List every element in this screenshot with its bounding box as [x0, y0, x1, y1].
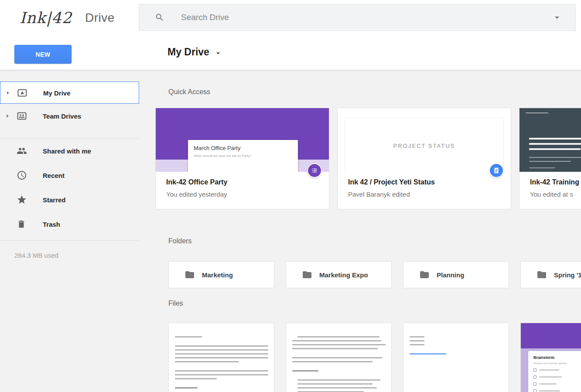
folder-name: Marketing Expo — [319, 271, 368, 279]
mock-text-line — [526, 112, 548, 113]
file-thumbnail: March Office Party When should we have o… — [156, 108, 329, 172]
mock-text-line — [292, 344, 386, 345]
my-drive-icon — [17, 88, 27, 98]
app-header: Ink|42 Drive — [0, 0, 581, 35]
file-title: Ink-42 Office Party — [166, 178, 318, 186]
form-checkbox-option — [533, 375, 581, 378]
sidebar-item-label: Starred — [43, 196, 66, 204]
sidebar-item-team-drives[interactable]: Team Drives — [0, 105, 140, 127]
file-card-letter[interactable] — [168, 323, 274, 392]
mock-text-line — [539, 369, 559, 371]
expand-arrow-icon[interactable] — [3, 112, 11, 120]
file-card-notes[interactable] — [286, 323, 392, 392]
card-footer: Ink-42 Office Party You edited yesterday — [156, 172, 329, 209]
page-title-text: My Drive — [167, 46, 209, 58]
chevron-down-icon — [214, 49, 222, 58]
mock-text-line — [175, 370, 268, 372]
folder-card-marketing[interactable]: Marketing — [168, 261, 274, 288]
mock-text-line — [529, 143, 581, 145]
star-icon — [17, 194, 27, 205]
form-body: Brainstorm Choose your favorite options — [521, 348, 581, 392]
file-title: Ink-42 Training — [530, 178, 581, 186]
shared-with-me-icon — [17, 146, 27, 156]
spacer — [403, 345, 509, 351]
form-checkbox-option — [533, 382, 581, 385]
search-bar[interactable] — [139, 4, 576, 31]
mock-text-line — [529, 138, 581, 140]
quick-access-card-office-party[interactable]: March Office Party When should we have o… — [155, 108, 329, 209]
folder-icon — [419, 269, 430, 280]
mock-text-line — [410, 353, 446, 355]
form-question-card: Brainstorm Choose your favorite options — [528, 351, 581, 392]
search-icon[interactable] — [155, 13, 164, 22]
folder-card-planning[interactable]: Planning — [403, 261, 509, 288]
toolbar: NEW My Drive — [0, 35, 581, 70]
file-thumbnail — [519, 108, 581, 172]
form-checkbox-option — [533, 389, 581, 392]
sidebar-item-label: Recent — [43, 172, 65, 179]
mock-text-line — [529, 167, 555, 168]
spacer — [169, 337, 274, 343]
mock-text-line — [175, 349, 268, 351]
mock-text-line — [539, 390, 560, 392]
mock-text-line — [539, 383, 557, 385]
sidebar-item-starred[interactable]: Starred — [0, 187, 140, 212]
mock-text-line — [297, 387, 377, 389]
spacer — [286, 349, 391, 355]
form-checkbox-option — [533, 368, 581, 372]
folder-icon — [185, 269, 195, 280]
file-subtitle: You edited yesterday — [166, 191, 318, 198]
mock-text-line — [529, 148, 581, 150]
checkbox-icon — [533, 382, 537, 385]
mock-text-line — [410, 336, 424, 337]
sidebar-item-shared-with-me[interactable]: Shared with me — [0, 139, 140, 163]
form-preview-panel: March Office Party When should we have o… — [188, 140, 298, 172]
drive-app: Ink|42 Drive NEW My Drive — [0, 0, 581, 392]
folders-label: Folders — [168, 237, 191, 245]
expand-arrow-icon[interactable] — [4, 89, 12, 97]
folder-name: Planning — [437, 271, 464, 279]
clock-icon — [17, 170, 27, 181]
team-drives-icon — [17, 111, 27, 121]
file-thumbnail — [286, 323, 391, 392]
file-thumbnail: PROJECT STATUS — [338, 108, 511, 172]
page-title[interactable]: My Drive — [167, 46, 222, 58]
folder-icon — [537, 269, 547, 280]
sidebar-item-trash[interactable]: Trash — [0, 212, 140, 236]
checkbox-icon — [533, 368, 537, 372]
file-title: Ink 42 / Project Yeti Status — [348, 178, 500, 186]
doc-preview-page: PROJECT STATUS — [345, 118, 504, 172]
search-input[interactable] — [181, 4, 539, 31]
mock-text-line — [292, 340, 381, 341]
quick-access-card-training[interactable]: Ink-42 Training You edited at s — [519, 108, 581, 209]
form-header-band — [521, 323, 581, 348]
folder-card-spring[interactable]: Spring '1 — [520, 261, 581, 288]
content-area: My Drive Team Drives Shared with me Rece… — [0, 70, 581, 392]
mock-text-line — [175, 353, 268, 355]
file-thumbnail — [403, 323, 509, 392]
spacer — [169, 362, 274, 368]
mock-text-line — [410, 340, 424, 341]
storage-used-label: 284.3 MB used — [14, 252, 58, 259]
mock-text-line — [529, 157, 581, 158]
sidebar-item-my-drive[interactable]: My Drive — [0, 82, 139, 104]
quick-access-card-project-yeti[interactable]: PROJECT STATUS Ink 42 / Project Yeti Sta… — [337, 108, 511, 209]
file-thumbnail — [169, 323, 274, 392]
logo[interactable]: Ink|42 Drive — [20, 6, 115, 30]
checkbox-icon — [533, 389, 537, 392]
mock-text-line — [292, 357, 382, 358]
new-button[interactable]: NEW — [14, 45, 72, 64]
checkbox-icon — [533, 375, 537, 378]
app-name-label: Drive — [85, 11, 115, 25]
folder-card-marketing-expo[interactable]: Marketing Expo — [286, 261, 392, 288]
spacer — [286, 362, 391, 368]
folder-name: Marketing — [202, 271, 233, 279]
mock-text-line — [297, 383, 373, 385]
search-options-arrow-icon[interactable] — [552, 12, 562, 23]
form-preview-title: March Office Party — [194, 145, 292, 151]
file-card-brainstorm-form[interactable]: Brainstorm Choose your favorite options — [520, 323, 581, 392]
file-card-memo[interactable] — [403, 323, 509, 392]
card-footer: Ink-42 Training You edited at s — [519, 172, 581, 209]
sidebar-item-recent[interactable]: Recent — [0, 163, 140, 187]
mock-text-line — [529, 161, 571, 162]
